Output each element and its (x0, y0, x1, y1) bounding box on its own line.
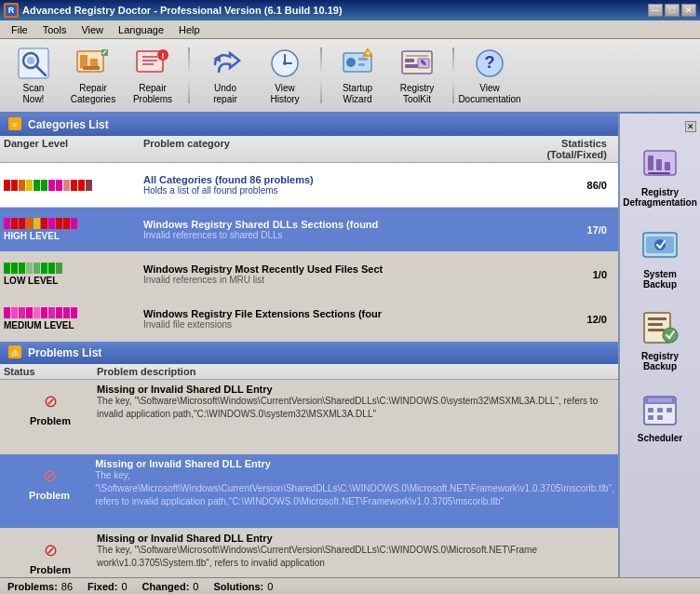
med-level-label: MEDIUM LEVEL (4, 320, 74, 331)
col-stats-header: Statistics (Total/Fixed) (503, 138, 614, 160)
history-icon (266, 46, 303, 81)
problem-icon-3: ⊘ (44, 540, 58, 560)
menu-language[interactable]: Language (111, 22, 171, 37)
status-solutions: Solutions: 0 (213, 581, 273, 592)
repair-categories-button[interactable]: ✓ RepairCategories (65, 44, 121, 107)
svg-rect-58 (657, 415, 663, 420)
cat-info-all: All Categories (found 86 problems) Holds… (143, 174, 503, 196)
view-history-label: ViewHistory (270, 83, 299, 105)
sidebar-item-defrag[interactable]: RegistryDefragmentation (623, 136, 697, 214)
maximize-button[interactable]: □ (665, 4, 680, 17)
sidebar-close-button[interactable]: ✕ (685, 121, 696, 132)
sidebar-item-scheduler[interactable]: Scheduler (623, 382, 697, 450)
defrag-label: RegistryDefragmentation (623, 187, 696, 208)
prob-title-2: Missing or Invalid Shared DLL Entry (95, 458, 614, 469)
svg-rect-57 (648, 415, 653, 420)
toolbar-separator-1 (188, 47, 190, 103)
svg-text:✦: ✦ (365, 49, 371, 58)
menu-tools[interactable]: Tools (35, 22, 74, 37)
col-desc-header: Problem description (97, 366, 614, 377)
undo-icon (207, 46, 244, 81)
problem-icon-2: ⊘ (43, 466, 57, 486)
solutions-label: Solutions: (213, 581, 263, 592)
cat-sub-low: Invalid references in MRU list (143, 275, 503, 285)
svg-rect-48 (648, 323, 663, 326)
cat-info-low: Windows Registry Most Recently Used File… (143, 263, 503, 285)
status-fixed: Fixed: 0 (88, 581, 128, 592)
categories-section: ≡ Categories List Danger Level Problem c… (0, 114, 618, 342)
svg-rect-28 (405, 59, 414, 62)
danger-col-high: HIGH LEVEL (4, 218, 143, 241)
fixed-label: Fixed: (88, 581, 117, 592)
svg-point-20 (283, 61, 287, 65)
problems-section: ⚠ Problems List Status Problem descripti… (0, 342, 618, 577)
prob-desc-text-2: The key, "\Software\Microsoft\Windows\Cu… (95, 469, 614, 508)
problem-row-1[interactable]: ⊘ Problem Missing or Invalid Shared DLL … (0, 380, 618, 454)
startup-wizard-label: StartupWizard (343, 83, 372, 105)
repair-problems-label: RepairProblems (133, 83, 172, 105)
undo-repair-button[interactable]: Undorepair (197, 44, 253, 107)
registry-toolkit-button[interactable]: ✎ RegistryToolKit (389, 44, 445, 107)
toolbar-separator-2 (320, 47, 322, 103)
problem-row-2[interactable]: ⊘ Problem Missing or Invalid Shared DLL … (0, 454, 618, 529)
minimize-button[interactable]: — (648, 4, 663, 17)
svg-rect-29 (405, 64, 419, 68)
svg-rect-56 (666, 408, 672, 412)
svg-rect-53 (648, 398, 672, 402)
cat-title-med: Windows Registry File Extensions Section… (143, 308, 503, 319)
prob-status-label-3: Problem (30, 564, 71, 575)
category-row-all[interactable]: All Categories (found 86 problems) Holds… (0, 163, 618, 208)
svg-rect-24 (358, 63, 365, 66)
svg-text:≡: ≡ (12, 120, 17, 129)
main-content: ≡ Categories List Danger Level Problem c… (0, 114, 700, 577)
sidebar-item-registry-backup[interactable]: RegistryBackup (623, 300, 697, 378)
registry-toolkit-icon: ✎ (398, 46, 436, 81)
view-docs-button[interactable]: ? ViewDocumentation (462, 44, 518, 107)
categories-table-header: Danger Level Problem category Statistics… (0, 136, 618, 163)
problems-header-title: Problems List (28, 346, 101, 359)
status-problems: Problems: 86 (7, 581, 73, 592)
close-button[interactable]: ✕ (681, 4, 696, 17)
danger-col-low: LOW LEVEL (4, 263, 143, 286)
svg-rect-47 (648, 317, 666, 320)
all-cat-sub: Holds a list of all found problems (143, 185, 503, 196)
system-backup-icon (639, 224, 680, 265)
prob-desc-text-3: The key, "\Software\Microsoft\Windows\Cu… (97, 544, 614, 570)
svg-rect-49 (648, 329, 665, 331)
sidebar-item-system-backup[interactable]: SystemBackup (623, 218, 697, 296)
svg-point-22 (346, 58, 356, 67)
svg-point-5 (27, 57, 34, 64)
cat-title-high: Windows Registry Shared DLLs Sections (f… (143, 219, 503, 230)
view-docs-label: ViewDocumentation (458, 83, 520, 105)
startup-wizard-button[interactable]: ✦ StartupWizard (330, 44, 385, 107)
status-bar: Problems: 86 Fixed: 0 Changed: 0 Solutio… (0, 577, 700, 594)
repair-problems-icon: ! (134, 46, 171, 81)
cat-stats-low: 1/0 (503, 269, 614, 280)
col-danger-header: Danger Level (4, 138, 143, 160)
registry-toolkit-label: RegistryToolKit (400, 83, 435, 105)
menu-view[interactable]: View (74, 22, 111, 37)
svg-rect-54 (648, 408, 653, 412)
cat-info-med: Windows Registry File Extensions Section… (143, 308, 503, 330)
repair-problems-button[interactable]: ! RepairProblems (125, 44, 181, 107)
all-cat-title: All Categories (found 86 problems) (143, 174, 503, 185)
prob-status-label-2: Problem (29, 490, 70, 501)
problem-row-3[interactable]: ⊘ Problem Missing or Invalid Shared DLL … (0, 529, 618, 577)
view-history-button[interactable]: ViewHistory (257, 44, 313, 107)
fixed-value: 0 (121, 581, 127, 592)
problems-list: ⊘ Problem Missing or Invalid Shared DLL … (0, 380, 618, 577)
menu-file[interactable]: File (4, 22, 35, 37)
cat-sub-high: Invalid references to shared DLLs (143, 230, 503, 240)
changed-label: Changed: (142, 581, 190, 592)
category-row-file-ext[interactable]: MEDIUM LEVEL Windows Registry File Exten… (0, 297, 618, 342)
registry-backup-icon (639, 306, 680, 347)
category-row-shared-dll[interactable]: HIGH LEVEL Windows Registry Shared DLLs … (0, 208, 618, 252)
cat-title-low: Windows Registry Most Recently Used File… (143, 263, 503, 275)
status-changed: Changed: 0 (142, 581, 199, 592)
menu-bar: File Tools View Language Help (0, 20, 700, 39)
category-row-mru[interactable]: LOW LEVEL Windows Registry Most Recently… (0, 252, 618, 297)
prob-desc-col-3: Missing or Invalid Shared DLL Entry The … (97, 533, 614, 570)
left-panel: ≡ Categories List Danger Level Problem c… (0, 114, 618, 577)
scan-now-button[interactable]: ScanNow! (6, 44, 61, 107)
menu-help[interactable]: Help (171, 22, 208, 37)
